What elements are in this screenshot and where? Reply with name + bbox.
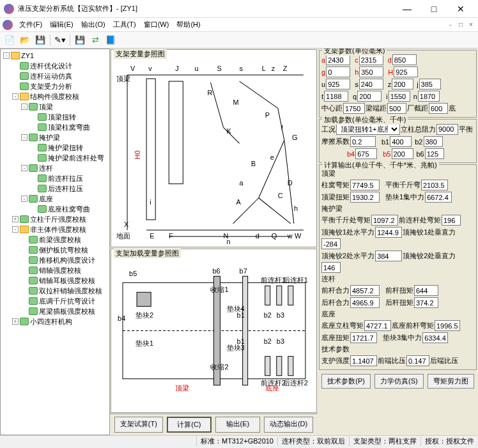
menu-file[interactable]: 文件(F) <box>15 19 46 31</box>
tree-item[interactable]: 销轴强度校核 <box>39 265 81 275</box>
tree-item[interactable]: 连杆 <box>39 163 53 173</box>
new-button[interactable]: 📄 <box>3 33 17 47</box>
tree-root[interactable]: ZY1 <box>21 50 34 61</box>
n-input[interactable] <box>418 91 440 102</box>
tree-item[interactable]: 非主体件强度校核 <box>30 224 86 235</box>
edit-button[interactable]: ✎▾ <box>53 33 67 47</box>
dznj-output[interactable] <box>350 332 377 343</box>
tree-item[interactable]: 底座 <box>39 194 53 204</box>
tree-item[interactable]: 顶梁扭转 <box>48 112 76 122</box>
mcxs-input[interactable] <box>350 136 376 147</box>
close-button[interactable]: ✕ <box>447 4 474 14</box>
tree-item[interactable]: 立柱千斤强度校核 <box>30 214 86 224</box>
menu-edit[interactable]: 编辑(E) <box>46 19 77 31</box>
tree-item[interactable]: 掩护梁扭转 <box>48 143 83 153</box>
zhqd-output[interactable] <box>350 355 377 366</box>
export-button[interactable]: ⇄ <box>88 33 102 47</box>
toggle-icon[interactable]: - <box>12 226 19 233</box>
c-input[interactable] <box>359 54 383 65</box>
H-input[interactable] <box>394 66 418 77</box>
toggle-icon[interactable]: - <box>21 196 27 202</box>
phqjwj-output[interactable] <box>421 180 448 190</box>
gk-select[interactable]: 顶梁扭转1+底座集中 <box>336 123 400 135</box>
maximize-button[interactable]: □ <box>420 4 447 14</box>
toggle-icon[interactable]: - <box>21 165 27 171</box>
dyn-output-button[interactable]: 动态输出(D) <box>264 417 313 433</box>
tree-item[interactable]: 连杆优化设计 <box>30 61 72 71</box>
tree-item[interactable]: 底座柱窝弯曲 <box>48 204 90 214</box>
b2-input[interactable] <box>424 136 443 147</box>
zwwj-output[interactable] <box>350 180 380 190</box>
menu-help[interactable]: 帮助(H) <box>173 19 204 31</box>
dk1jz-output[interactable] <box>425 192 452 203</box>
ldj-input[interactable] <box>387 103 406 114</box>
mech-sim-button[interactable]: 力学仿真(S) <box>374 374 424 389</box>
moment-shear-button[interactable]: 弯矩剪力图 <box>428 374 474 389</box>
djj1spl-output[interactable] <box>375 227 402 238</box>
j-input[interactable] <box>419 79 441 89</box>
a-input[interactable] <box>326 54 350 65</box>
i-input[interactable] <box>389 91 410 102</box>
tech-params-button[interactable]: 技术参数(P) <box>321 374 371 389</box>
menu-window[interactable]: 窗口(W) <box>140 19 173 31</box>
tree-item[interactable]: 底调千斤抗弯设计 <box>39 296 95 306</box>
dzlzwj-output[interactable] <box>364 320 391 331</box>
b6-input[interactable] <box>425 148 444 159</box>
dlnj-output[interactable] <box>350 192 380 203</box>
qgnj-output[interactable] <box>414 285 438 296</box>
tree-item[interactable]: 掩护梁前连杆处弯 <box>48 153 104 163</box>
zxj-input[interactable] <box>343 103 365 114</box>
djj2czl-output[interactable] <box>321 262 341 273</box>
t-input[interactable] <box>324 91 348 102</box>
open-button[interactable]: 📂 <box>18 33 32 47</box>
djj1czl-output[interactable] <box>321 238 341 249</box>
save2-button[interactable]: 💾 <box>73 33 87 47</box>
mdi-minimize-button[interactable]: - <box>446 21 455 28</box>
tree-item[interactable]: 结构件强度校核 <box>30 91 79 102</box>
b5-input[interactable] <box>392 148 413 159</box>
menu-tool[interactable]: 工具(T) <box>109 19 140 31</box>
h-input[interactable] <box>359 66 383 77</box>
lzzl-input[interactable] <box>436 124 458 135</box>
nav-tree[interactable]: -ZY1 连杆优化设计 连杆运动仿真 支架受力分析 -结构件强度校核 -顶梁 顶… <box>0 49 110 435</box>
d-input[interactable] <box>392 54 417 65</box>
tree-item[interactable]: 前连杆拉压 <box>48 173 83 183</box>
tree-item[interactable]: 侧护板抗弯校核 <box>39 245 88 255</box>
trial-calc-button[interactable]: 支架试算(T) <box>114 417 163 433</box>
toggle-icon[interactable]: - <box>3 52 10 59</box>
djj2spl-output[interactable] <box>375 251 402 261</box>
qdby-output[interactable] <box>406 355 429 366</box>
g-input[interactable] <box>326 66 350 77</box>
qlgcwj-output[interactable] <box>442 215 461 226</box>
doc-button[interactable]: 📘 <box>104 33 118 47</box>
tree-item[interactable]: 顶梁 <box>39 102 53 112</box>
menu-output[interactable]: 输出(O) <box>77 19 109 31</box>
mdi-restore-button[interactable]: □ <box>456 21 465 28</box>
hghl-output[interactable] <box>350 297 380 308</box>
toggle-icon[interactable]: + <box>12 216 19 222</box>
s-input[interactable] <box>359 79 383 89</box>
tree-item[interactable]: 小四连杆机构 <box>30 316 72 327</box>
tree-item[interactable]: 前梁强度校核 <box>39 235 81 245</box>
toggle-icon[interactable]: - <box>21 134 27 141</box>
b4-input[interactable] <box>355 148 377 159</box>
b1-input[interactable] <box>390 136 412 147</box>
tree-item[interactable]: 顶梁柱窝弯曲 <box>48 122 90 132</box>
tree-item[interactable]: 连杆运动仿真 <box>30 71 72 81</box>
tree-item[interactable]: 销轴耳板强度校核 <box>39 275 95 286</box>
toggle-icon[interactable]: - <box>12 93 19 100</box>
tree-item[interactable]: 双拉杆销轴强度校核 <box>39 286 102 296</box>
u-input[interactable] <box>326 79 350 89</box>
save-button[interactable]: 💾 <box>33 33 47 47</box>
tree-item[interactable]: 掩护梁 <box>39 132 60 143</box>
q-input[interactable] <box>357 91 382 102</box>
hgnj-output[interactable] <box>414 297 438 308</box>
mdi-close-button[interactable]: × <box>466 21 475 28</box>
tree-item[interactable]: 尾梁插板强度校核 <box>39 306 95 316</box>
z-input[interactable] <box>392 79 413 89</box>
tree-item[interactable]: 支架受力分析 <box>30 81 72 91</box>
minimize-button[interactable]: — <box>394 4 420 14</box>
output-button[interactable]: 输出(E) <box>215 417 260 433</box>
toggle-icon[interactable]: - <box>21 104 27 110</box>
toggle-icon[interactable]: + <box>12 318 19 325</box>
